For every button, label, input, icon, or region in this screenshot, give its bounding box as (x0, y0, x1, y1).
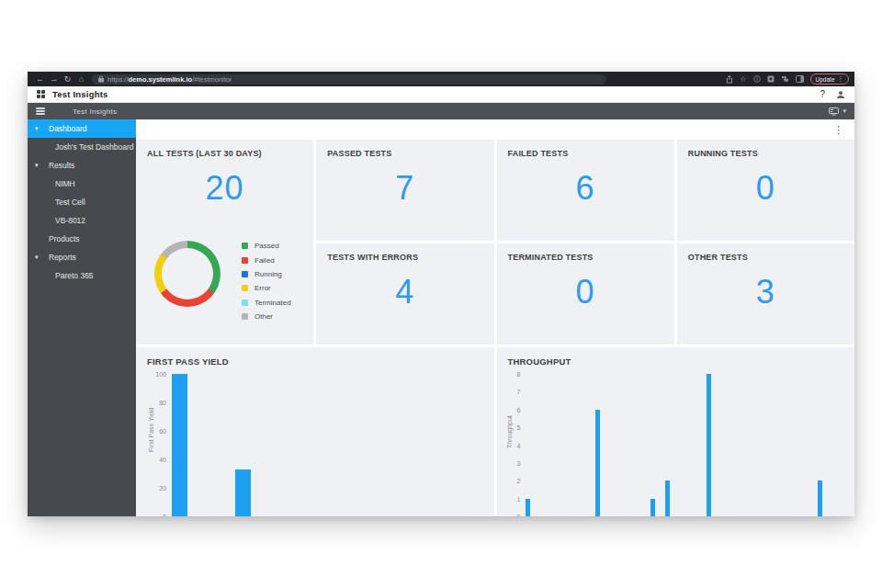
sidebar-item-label: Josh's Test Dashboard (55, 142, 134, 152)
stat-value: 4 (316, 273, 493, 311)
legend-label: Failed (254, 256, 275, 265)
sidebar-item-label: Products (49, 234, 80, 243)
sidebar-item-label: Dashboard (49, 124, 87, 133)
stat-label: PASSED TESTS (316, 140, 493, 158)
bar-value-2[interactable] (818, 481, 822, 516)
throughput-chart-card: THROUGHPUT Throughput 012345678 (497, 347, 855, 516)
browser-window: ← → ↻ ⌂ https://demo.systemlink.io/#test… (28, 72, 854, 516)
url-host: demo.systemlink.io (129, 75, 193, 84)
sidebar-item-test-cell[interactable]: Test Cell (28, 193, 136, 211)
dashboard-action-row: ⋮ (136, 119, 854, 140)
legend-swatch (242, 257, 248, 264)
legend-swatch (242, 300, 248, 306)
y-tick-label: 4 (517, 442, 521, 448)
bar-value-2[interactable] (665, 481, 670, 516)
expand-caret-icon[interactable]: ▾ (35, 162, 39, 169)
y-tick-label: 7 (517, 389, 521, 395)
user-icon[interactable] (836, 86, 845, 103)
sidebar-item-products[interactable]: Products (28, 230, 136, 248)
first-pass-yield-plot[interactable]: 020406080100 (170, 374, 489, 516)
legend-item-error[interactable]: Error (242, 281, 291, 295)
bookmark-star-icon[interactable]: ☆ (740, 72, 747, 86)
apps-grid-icon[interactable] (37, 90, 45, 98)
bar-value-6[interactable] (595, 410, 600, 516)
bar-value-1[interactable] (650, 499, 655, 516)
legend-item-running[interactable]: Running (242, 267, 291, 281)
y-tick-label: 100 (155, 371, 166, 378)
extensions-puzzle-icon[interactable] (781, 75, 789, 84)
sidebar-item-dashboard[interactable]: ▾Dashboard (28, 119, 136, 138)
forward-icon[interactable]: → (47, 72, 61, 86)
card-running-tests: RUNNING TESTS 0 (677, 140, 854, 241)
legend-swatch (242, 285, 248, 291)
sidebar-item-results[interactable]: ▾Results (28, 156, 136, 175)
stat-value: 0 (677, 169, 854, 208)
legend-item-failed[interactable]: Failed (242, 253, 291, 266)
card-tests-with-errors: TESTS WITH ERRORS 4 (316, 243, 493, 345)
sidebar-item-label: Test Cell (55, 198, 85, 207)
bar-value-1[interactable] (526, 499, 530, 516)
y-axis-label: First Pass Yield (148, 408, 154, 452)
sidebar-item-vb-8012[interactable]: VB-8012 (28, 211, 136, 230)
expand-caret-icon[interactable]: ▾ (35, 125, 39, 132)
address-bar[interactable]: https://demo.systemlink.io/#testmonitor (92, 74, 606, 85)
y-tick-label: 6 (517, 406, 521, 413)
side-panel-icon[interactable] (796, 75, 804, 83)
update-button-label: Update (816, 76, 835, 83)
url-text: https://demo.systemlink.io/#testmonitor (107, 75, 232, 84)
sidebar-nav: ▾DashboardJosh's Test Dashboard▾ResultsN… (28, 119, 136, 516)
donut-legend: PassedFailedRunningErrorTerminatedOther (242, 239, 291, 323)
stat-label: ALL TESTS (LAST 30 DAYS) (136, 140, 313, 158)
info-icon[interactable] (753, 75, 761, 83)
stat-value: 20 (136, 169, 313, 208)
home-icon[interactable]: ⌂ (74, 72, 88, 86)
dashboard-content: ⋮ ALL TESTS (LAST 30 DAYS) 20 PassedFail… (136, 119, 854, 516)
y-tick-label: 0 (517, 514, 521, 517)
toolbar-title: Test Insights (73, 107, 117, 116)
card-passed-tests: PASSED TESTS 7 (316, 140, 493, 241)
back-icon[interactable]: ← (33, 72, 47, 86)
y-tick-label: 8 (517, 371, 521, 378)
reload-icon[interactable]: ↻ (61, 72, 74, 86)
share-icon[interactable] (726, 75, 733, 84)
card-terminated-tests: TERMINATED TESTS 0 (497, 243, 674, 345)
sidebar-item-josh-s-test-dashboard[interactable]: Josh's Test Dashboard (28, 138, 136, 156)
stat-label: RUNNING TESTS (677, 140, 854, 158)
y-tick-label: 40 (159, 457, 166, 463)
browser-chrome-bar: ← → ↻ ⌂ https://demo.systemlink.io/#test… (28, 72, 854, 86)
extension-icon[interactable] (767, 75, 775, 83)
legend-item-passed[interactable]: Passed (242, 239, 291, 253)
dashboard-menu-icon[interactable]: ⋮ (833, 125, 843, 135)
legend-swatch (242, 271, 248, 277)
y-tick-label: 3 (517, 459, 521, 466)
throughput-plot[interactable]: 012345678 (525, 374, 852, 516)
stat-label: FAILED TESTS (497, 140, 674, 158)
legend-item-terminated[interactable]: Terminated (242, 296, 291, 310)
sidebar-item-pareto-365[interactable]: Pareto 365 (28, 266, 136, 285)
display-monitor-icon[interactable] (829, 103, 839, 119)
y-tick-label: 2 (517, 478, 521, 484)
app-bar: Test Insights ? (28, 86, 854, 103)
expand-caret-icon[interactable]: ▾ (35, 254, 39, 261)
help-icon[interactable]: ? (820, 89, 825, 99)
legend-label: Terminated (254, 299, 291, 307)
legend-swatch (242, 243, 248, 249)
bar-value-33[interactable] (235, 469, 251, 516)
bar-value-8[interactable] (707, 374, 711, 516)
menu-hamburger-icon[interactable] (36, 107, 45, 115)
dashboard-grid: ALL TESTS (LAST 30 DAYS) 20 PassedFailed… (136, 140, 854, 516)
bar-value-100[interactable] (172, 374, 187, 516)
legend-swatch (242, 313, 248, 320)
update-button[interactable]: Update ⋮ (810, 74, 849, 85)
stat-label: TERMINATED TESTS (497, 243, 674, 262)
chart-title: THROUGHPUT (508, 356, 571, 367)
status-donut-chart[interactable] (154, 241, 220, 307)
sidebar-item-label: Pareto 365 (55, 271, 94, 280)
display-dropdown-caret-icon[interactable]: ▾ (842, 107, 846, 115)
sidebar-item-nimh[interactable]: NIMH (28, 175, 136, 193)
legend-label: Passed (254, 242, 279, 250)
legend-item-other[interactable]: Other (242, 310, 291, 323)
y-axis-label: Throughput (506, 416, 513, 449)
sidebar-item-label: NIMH (55, 179, 75, 188)
sidebar-item-reports[interactable]: ▾Reports (28, 248, 136, 266)
